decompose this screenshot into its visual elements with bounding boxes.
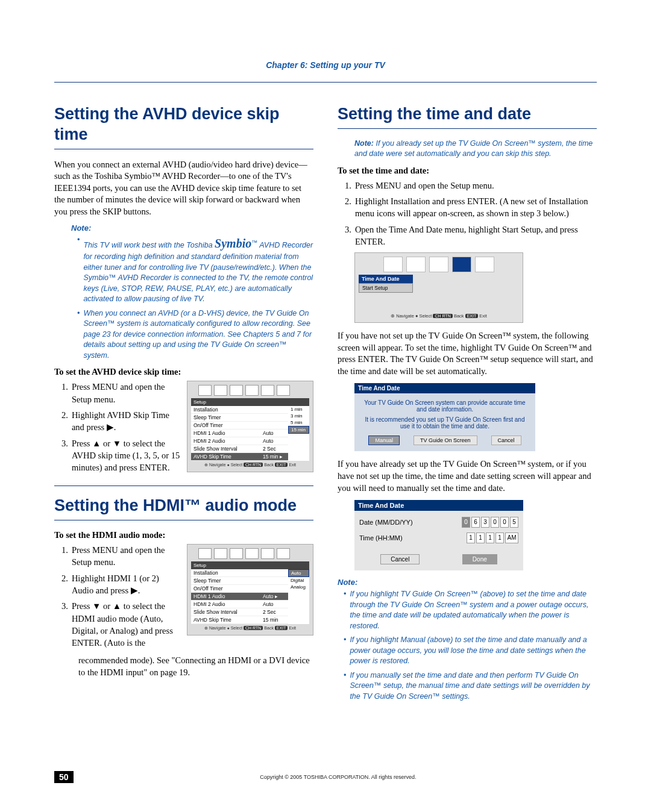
copyright: Copyright © 2005 TOSHIBA CORPORATION. Al… — [80, 774, 597, 780]
hdmi-tail: recommended mode). See "Connecting an HD… — [54, 654, 313, 679]
tg-tvguide-button[interactable]: TV Guide On Screen — [414, 436, 477, 445]
time-date-tab: Time And Date — [359, 275, 413, 283]
note-1b: When you connect an AVHD (or a D-VHS) de… — [83, 308, 313, 361]
heading-avhd: Setting the AVHD device skip time — [54, 104, 313, 145]
note2-c: •If you manually set the time and date a… — [338, 670, 597, 702]
rule-mid — [54, 486, 313, 486]
heading-time: Setting the time and date — [338, 104, 597, 125]
menu-tab-2: Setup — [191, 561, 309, 569]
tv-guide-dialog: Time And Date Your TV Guide On Screen sy… — [354, 383, 535, 451]
note2-b: •If you highlight Manual (above) to set … — [338, 635, 597, 667]
tp-head: Time And Date — [354, 500, 523, 511]
chapter-header: Chapter 6: Setting up your TV — [54, 60, 597, 70]
note-label: Note: — [71, 223, 313, 233]
tg-head: Time And Date — [354, 383, 535, 393]
setup-menu-avhd: Setup InstallationSleep TimerOn/Off Time… — [187, 381, 313, 472]
hdmi-step-1: Press MENU and open the Setup menu. — [72, 544, 181, 569]
setup-menu-hdmi: Setup InstallationSleep TimerOn/Off Time… — [187, 544, 313, 636]
heading-hdmi: Setting the HDMI™ audio mode — [54, 496, 313, 516]
tg-msg2: It is recommended you set up TV Guide On… — [362, 416, 528, 429]
hdmi-steps-head: To set the HDMI audio mode: — [54, 530, 313, 540]
note2-a: •If you highlight TV Guide On Screen™ (a… — [338, 589, 597, 631]
note-1a-post: AVHD Recorder for recording high definit… — [83, 241, 313, 303]
note2-label: Note: — [338, 578, 597, 587]
time-step-1: Press MENU and open the Setup menu. — [355, 180, 494, 192]
time-step-3: Open the Time And Date menu, highlight S… — [355, 223, 597, 248]
hdmi-step-3: Press ▼ or ▲ to select the HDMI audio mo… — [72, 600, 181, 649]
start-setup-item: Start Setup — [359, 283, 413, 293]
installation-menu: Time And Date Start Setup ⊕ Navigate ● S… — [354, 252, 523, 323]
avhd-step-2: Highlight AVHD Skip Time and press ▶. — [72, 409, 181, 434]
avhd-step-1: Press MENU and open the Setup menu. — [72, 381, 181, 405]
page-number: 50 — [54, 771, 74, 783]
tp-cancel-button[interactable]: Cancel — [380, 554, 420, 564]
time-date-dialog: Time And Date Date (MM/DD/YY) 063005 Tim… — [354, 500, 523, 570]
rule-top — [54, 82, 597, 83]
tg-manual-button[interactable]: Manual — [368, 436, 400, 445]
time-note-top: Note: If you already set up the TV Guide… — [354, 139, 597, 160]
para-after-tg: If you have already set up the TV Guide … — [338, 458, 597, 494]
note-item-1: • This TV will work best with the Toshib… — [71, 235, 313, 305]
time-step-2: Highlight Installation and press ENTER. … — [355, 195, 597, 220]
avhd-steps-head: To set the AVHD device skip time: — [54, 367, 313, 377]
note-1a-pre: This TV will work best with the Toshiba — [83, 241, 215, 249]
rule-time — [338, 128, 597, 129]
time-label: Time (HH:MM) — [359, 534, 403, 542]
tp-done-button[interactable]: Done — [462, 554, 497, 564]
tg-msg1: Your TV Guide On Screen system can provi… — [362, 399, 528, 413]
symbio-logo: Symbio — [215, 237, 251, 250]
footer: 50 Copyright © 2005 TOSHIBA CORPORATION.… — [54, 771, 597, 783]
tg-cancel-button[interactable]: Cancel — [491, 436, 521, 445]
rule-hdmi — [54, 520, 313, 520]
para-after-shot1: If you have not set up the TV Guide On S… — [338, 330, 597, 377]
note-item-2: • When you connect an AVHD (or a D-VHS) … — [71, 308, 313, 361]
hdmi-step-2: Highlight HDMI 1 (or 2) Audio and press … — [72, 572, 181, 597]
right-column: Setting the time and date Note: If you a… — [338, 104, 597, 705]
time-steps-head: To set the time and date: — [338, 166, 597, 176]
rule-avhd — [54, 149, 313, 149]
menu-tab: Setup — [191, 398, 309, 406]
date-label: Date (MM/DD/YY) — [359, 519, 413, 526]
avhd-step-3: Press ▲ or ▼ to select the AVHD skip tim… — [72, 437, 181, 474]
avhd-paragraph: When you connect an external AVHD (audio… — [54, 159, 313, 218]
left-column: Setting the AVHD device skip time When y… — [54, 104, 313, 705]
